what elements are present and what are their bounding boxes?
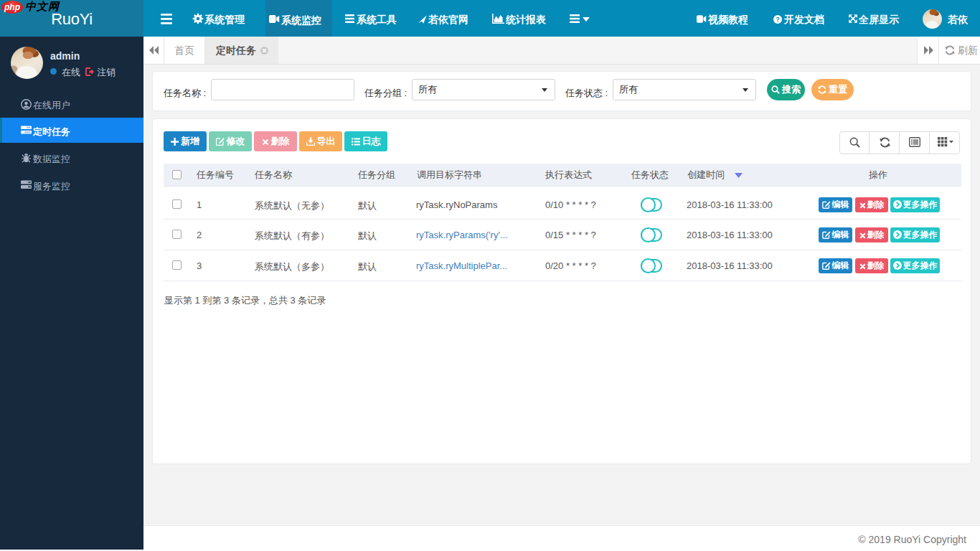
svg-text:?: ? (776, 16, 780, 23)
